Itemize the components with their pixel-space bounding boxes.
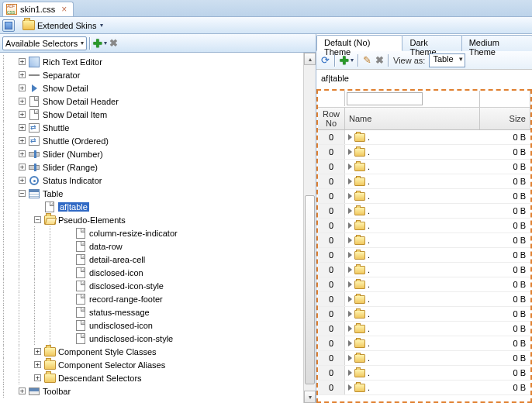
tree-item-label[interactable]: Show Detail	[43, 84, 88, 93]
tree-item-label[interactable]: data-row	[89, 242, 123, 251]
table-component[interactable]: Row No Name Size 0.0 B0.0 B0.0 B0.0 B0.0…	[316, 89, 532, 403]
cell-name[interactable]: .	[345, 250, 480, 260]
table-row[interactable]: 0.0 B	[318, 248, 530, 263]
disclosure-icon[interactable]	[348, 311, 352, 317]
table-row[interactable]: 0.0 B	[318, 381, 530, 395]
expander[interactable]: −	[19, 190, 26, 197]
tab-medium-theme[interactable]: Medium Theme	[461, 35, 532, 51]
cell-name[interactable]: .	[345, 353, 480, 363]
expander[interactable]: +	[34, 374, 41, 381]
tree-item-label[interactable]: Separator	[43, 71, 80, 80]
expander[interactable]: +	[19, 84, 26, 91]
disclosure-icon[interactable]	[348, 208, 352, 214]
disclosure-icon[interactable]	[348, 237, 352, 243]
expander[interactable]: +	[19, 388, 26, 394]
disclosure-icon[interactable]	[348, 252, 352, 258]
table-row[interactable]: 0.0 B	[318, 366, 530, 381]
cell-name[interactable]: .	[345, 177, 480, 186]
tree-item-label[interactable]: Status Indicator	[43, 176, 102, 185]
table-row[interactable]: 0.0 B	[318, 145, 530, 160]
expander[interactable]: +	[19, 164, 26, 170]
tree-item-label[interactable]: Component Style Classes	[58, 347, 157, 356]
tree-item-label[interactable]: Table	[43, 189, 63, 198]
disclosure-icon[interactable]	[348, 164, 352, 170]
scroll-down-arrow[interactable]: ▾	[304, 391, 316, 403]
tree-item-label[interactable]: status-message	[89, 308, 150, 317]
cell-name[interactable]: .	[345, 309, 480, 319]
disclosure-icon[interactable]	[348, 340, 352, 346]
selector-tree[interactable]: +Rich Text Editor+Separator+Show Detail+…	[0, 53, 316, 403]
cell-name[interactable]: .	[345, 206, 480, 215]
cell-name[interactable]: .	[345, 324, 480, 333]
disclosure-icon[interactable]	[348, 384, 352, 391]
table-row[interactable]: 0.0 B	[318, 292, 530, 307]
close-icon[interactable]: ×	[61, 4, 67, 15]
extended-skins-button[interactable]: Extended Skins ▾	[22, 20, 103, 30]
tree-item-label[interactable]: Descendant Selectors	[58, 374, 142, 383]
table-row[interactable]: 0.0 B	[318, 189, 530, 204]
freeze-button[interactable]	[2, 19, 15, 32]
cell-name[interactable]: .	[345, 294, 480, 304]
disclosure-icon[interactable]	[348, 281, 352, 288]
table-row[interactable]: 0.0 B	[318, 307, 530, 322]
tree-item-label[interactable]: Show Detail Item	[43, 110, 107, 119]
header-size[interactable]: Size	[480, 108, 530, 129]
expander[interactable]: +	[19, 150, 26, 157]
disclosure-icon[interactable]	[348, 326, 352, 332]
cell-name[interactable]: .	[345, 280, 480, 289]
edit-icon[interactable]: ✎	[363, 54, 371, 66]
tab-default-theme[interactable]: Default (No) Theme	[316, 35, 402, 51]
cell-name[interactable]: .	[345, 265, 480, 274]
cell-name[interactable]: .	[345, 383, 480, 392]
tree-item-label[interactable]: Pseudo-Elements	[58, 215, 126, 225]
table-row[interactable]: 0.0 B	[318, 336, 530, 351]
tree-item-label[interactable]: record-range-footer	[89, 294, 163, 304]
view-as-select[interactable]: Table	[429, 53, 465, 67]
table-row[interactable]: 0.0 B	[318, 130, 530, 145]
tree-item-label[interactable]: Slider (Range)	[43, 163, 98, 172]
available-selectors-combo[interactable]: Available Selectors ▾	[2, 36, 87, 50]
tree-item-label[interactable]: Show Detail Header	[43, 97, 119, 106]
expander[interactable]: +	[19, 58, 26, 65]
cell-name[interactable]: .	[345, 339, 480, 348]
tab-dark-theme[interactable]: Dark Theme	[402, 35, 461, 51]
tree-item-label[interactable]: undisclosed-icon-style	[89, 334, 173, 343]
disclosure-icon[interactable]	[348, 296, 352, 302]
cell-name[interactable]: .	[345, 133, 480, 142]
vertical-scrollbar[interactable]: ▴ ▾	[303, 53, 316, 403]
tree-item-label[interactable]: Rich Text Editor	[43, 57, 102, 67]
name-filter-input[interactable]	[347, 92, 423, 105]
table-row[interactable]: 0.0 B	[318, 160, 530, 174]
tree-item-label[interactable]: af|table	[58, 202, 89, 212]
expander[interactable]: +	[19, 111, 26, 118]
delete-icon[interactable]: ✖	[375, 54, 384, 66]
expander[interactable]: +	[19, 177, 26, 184]
header-row-no[interactable]: Row No	[318, 108, 345, 129]
table-row[interactable]: 0.0 B	[318, 204, 530, 219]
expander[interactable]: +	[19, 124, 26, 131]
table-row[interactable]: 0.0 B	[318, 322, 530, 336]
file-tab[interactable]: skin1.css ×	[2, 2, 74, 16]
table-row[interactable]: 0.0 B	[318, 174, 530, 189]
expander[interactable]: +	[19, 137, 26, 144]
table-row[interactable]: 0.0 B	[318, 263, 530, 277]
tree-item-label[interactable]: Toolbar	[43, 387, 71, 396]
expander[interactable]: +	[34, 348, 41, 355]
expander[interactable]: +	[19, 98, 26, 105]
cell-name[interactable]: .	[345, 191, 480, 201]
tree-item-label[interactable]: column-resize-indicator	[89, 229, 178, 238]
disclosure-icon[interactable]	[348, 267, 352, 273]
tree-item-label[interactable]: disclosed-icon-style	[89, 281, 164, 291]
disclosure-icon[interactable]	[348, 134, 352, 140]
scroll-up-arrow[interactable]: ▴	[304, 53, 316, 65]
scroll-thumb[interactable]	[305, 195, 315, 384]
table-row[interactable]: 0.0 B	[318, 219, 530, 233]
cell-name[interactable]: .	[345, 236, 480, 245]
disclosure-icon[interactable]	[348, 178, 352, 184]
cell-name[interactable]: .	[345, 162, 480, 171]
cell-name[interactable]: .	[345, 147, 480, 157]
tree-item-label[interactable]: Shuttle	[43, 123, 69, 133]
header-name[interactable]: Name	[345, 108, 480, 129]
tree-item-label[interactable]: disclosed-icon	[89, 268, 143, 277]
table-row[interactable]: 0.0 B	[318, 233, 530, 248]
